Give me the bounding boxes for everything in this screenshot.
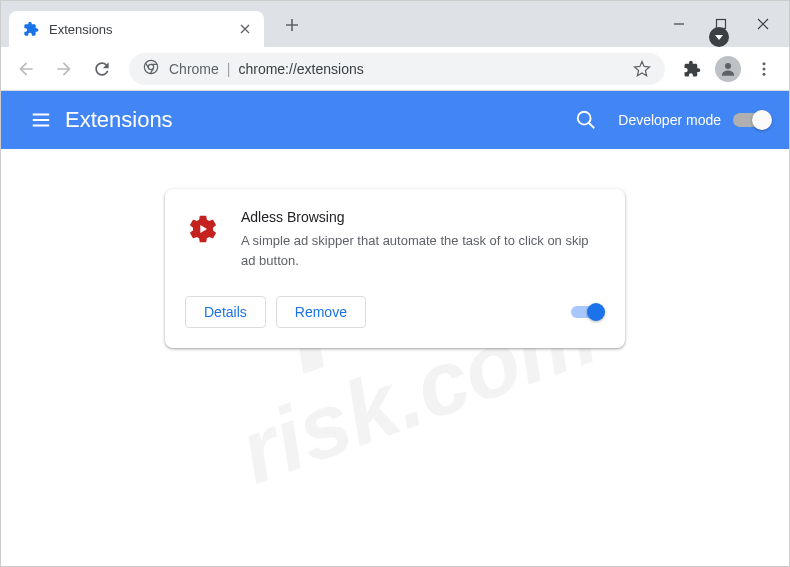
developer-mode-toggle[interactable] — [733, 113, 769, 127]
page-content: PC risk.com Extensions Developer mode Ad… — [1, 91, 789, 566]
hamburger-menu-button[interactable] — [21, 100, 61, 140]
svg-point-7 — [578, 112, 591, 125]
details-button[interactable]: Details — [185, 296, 266, 328]
avatar-icon — [715, 56, 741, 82]
extension-card: Adless Browsing A simple ad skipper that… — [165, 189, 625, 348]
chrome-icon — [143, 59, 159, 79]
extensions-header: Extensions Developer mode — [1, 91, 789, 149]
extension-name: Adless Browsing — [241, 209, 605, 225]
extensions-button[interactable] — [675, 52, 709, 86]
reload-button[interactable] — [85, 52, 119, 86]
extension-gear-icon — [185, 211, 221, 247]
window-controls — [671, 1, 781, 47]
omnibox-scheme-label: Chrome — [169, 61, 219, 77]
extension-enable-toggle[interactable] — [571, 306, 601, 318]
omnibox-separator: | — [227, 61, 231, 77]
svg-point-6 — [763, 72, 766, 75]
extension-description: A simple ad skipper that automate the ta… — [241, 231, 605, 270]
menu-button[interactable] — [747, 52, 781, 86]
puzzle-icon — [23, 21, 39, 37]
new-tab-button[interactable] — [278, 11, 306, 39]
svg-rect-0 — [717, 20, 726, 29]
back-button[interactable] — [9, 52, 43, 86]
minimize-button[interactable] — [671, 16, 687, 32]
tab-title: Extensions — [49, 22, 226, 37]
omnibox-text: Chrome | chrome://extensions — [169, 61, 364, 77]
developer-mode-label: Developer mode — [618, 112, 721, 128]
close-tab-icon[interactable] — [236, 20, 254, 38]
maximize-button[interactable] — [713, 16, 729, 32]
omnibox-url: chrome://extensions — [238, 61, 363, 77]
profile-button[interactable] — [711, 52, 745, 86]
svg-point-4 — [763, 62, 766, 65]
window-titlebar: Extensions — [1, 1, 789, 47]
browser-toolbar: Chrome | chrome://extensions — [1, 47, 789, 91]
page-title: Extensions — [65, 107, 173, 133]
svg-point-3 — [725, 63, 731, 69]
bookmark-icon[interactable] — [633, 60, 651, 78]
address-bar[interactable]: Chrome | chrome://extensions — [129, 53, 665, 85]
close-window-button[interactable] — [755, 16, 771, 32]
forward-button[interactable] — [47, 52, 81, 86]
search-button[interactable] — [566, 100, 606, 140]
browser-tab-extensions[interactable]: Extensions — [9, 11, 264, 47]
svg-point-5 — [763, 67, 766, 70]
remove-button[interactable]: Remove — [276, 296, 366, 328]
